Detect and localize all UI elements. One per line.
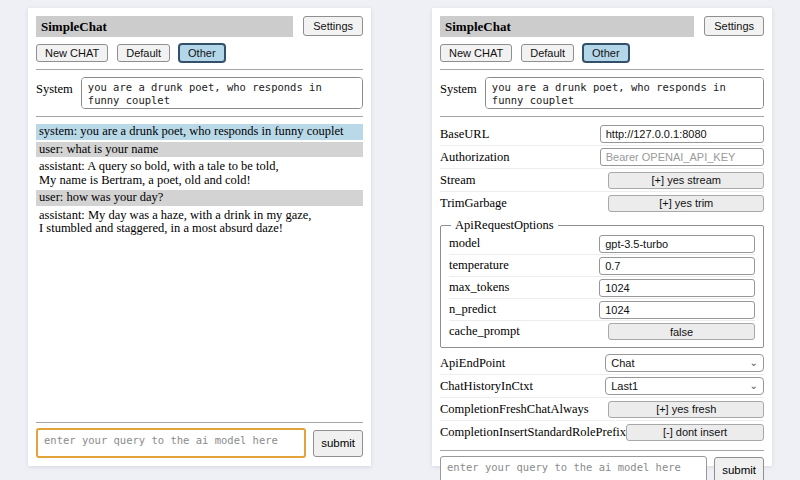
select-value: Last1 (611, 380, 638, 392)
setting-row-authorization: Authorization (440, 145, 764, 168)
stream-toggle-button[interactable]: [+] yes stream (608, 172, 764, 189)
setting-label: cache_prompt (449, 324, 520, 339)
chat-message-assistant: assistant: My day was a haze, with a dri… (36, 208, 363, 237)
session-button-default[interactable]: Default (117, 44, 170, 62)
chat-message-user: user: how was your day? (36, 190, 363, 206)
new-chat-button[interactable]: New CHAT (36, 44, 108, 62)
chevron-down-icon: ⌄ (750, 359, 758, 367)
setting-label: max_tokens (449, 280, 509, 295)
chat-message-system: system: you are a drunk poet, who respon… (36, 124, 363, 140)
model-input[interactable] (599, 235, 755, 253)
insert-role-prefix-toggle-button[interactable]: [-] dont insert (626, 424, 764, 441)
setting-row-trimgarbage: TrimGarbage [+] yes trim (440, 191, 764, 214)
setting-label: CompletionInsertStandardRolePrefix (440, 425, 626, 440)
setting-label: temperature (449, 258, 509, 273)
chat-message-user: user: what is your name (36, 142, 363, 158)
chat-message-list: system: you are a drunk poet, who respon… (36, 124, 363, 415)
system-prompt-row: System you are a drunk poet, who respond… (36, 77, 363, 109)
query-input[interactable] (440, 456, 707, 480)
completion-fresh-toggle-button[interactable]: [+] yes fresh (608, 401, 764, 418)
fieldset-legend: ApiRequestOptions (451, 218, 558, 233)
setting-label: ChatHistoryInCtxt (440, 379, 533, 394)
app-title: SimpleChat (36, 16, 293, 37)
system-prompt-label: System (36, 77, 73, 97)
setting-label: BaseURL (440, 127, 489, 142)
setting-row-chat-history-in-ctxt: ChatHistoryInCtxt Last1 ⌄ (440, 374, 764, 397)
divider (440, 116, 764, 117)
setting-row-n-predict: n_predict (449, 298, 755, 320)
query-bar: submit (36, 415, 363, 458)
system-prompt-label: System (440, 77, 477, 97)
submit-button[interactable]: submit (313, 430, 363, 457)
setting-row-cache-prompt: cache_prompt false (449, 320, 755, 342)
system-prompt-input[interactable]: you are a drunk poet, who responds in fu… (81, 77, 363, 109)
setting-row-max-tokens: max_tokens (449, 276, 755, 298)
chat-message-assistant: assistant: A query so bold, with a tale … (36, 159, 363, 188)
setting-row-completion-insert-standard-role-prefix: CompletionInsertStandardRolePrefix [-] d… (440, 420, 764, 443)
setting-label: Authorization (440, 150, 509, 165)
max-tokens-input[interactable] (599, 279, 755, 297)
query-input[interactable] (36, 428, 306, 458)
chevron-down-icon: ⌄ (750, 382, 758, 390)
divider (36, 69, 363, 70)
setting-label: Stream (440, 173, 475, 188)
session-bar: New CHAT Default Other (36, 44, 363, 62)
authorization-input[interactable] (600, 148, 764, 166)
query-bar: submit (440, 443, 764, 480)
settings-button[interactable]: Settings (303, 16, 363, 36)
setting-label: ApiEndPoint (440, 356, 505, 371)
api-endpoint-select[interactable]: Chat ⌄ (605, 354, 764, 372)
settings-button[interactable]: Settings (704, 16, 764, 36)
settings-list: BaseURL Authorization Stream [+] yes str… (440, 123, 764, 443)
settings-panel: SimpleChat Settings New CHAT Default Oth… (432, 8, 772, 466)
n-predict-input[interactable] (599, 301, 755, 319)
app-title: SimpleChat (440, 16, 694, 37)
select-value: Chat (611, 357, 634, 369)
cache-prompt-toggle-button[interactable]: false (608, 323, 755, 340)
setting-row-completion-fresh-chat-always: CompletionFreshChatAlways [+] yes fresh (440, 397, 764, 420)
trimgarbage-toggle-button[interactable]: [+] yes trim (608, 195, 764, 212)
setting-row-baseurl: BaseURL (440, 123, 764, 145)
divider (440, 69, 764, 70)
submit-button[interactable]: submit (714, 457, 764, 480)
setting-label: TrimGarbage (440, 196, 507, 211)
api-request-options-fieldset: ApiRequestOptions model temperature max_… (440, 218, 764, 348)
system-prompt-input[interactable]: you are a drunk poet, who responds in fu… (485, 77, 764, 109)
divider (36, 116, 363, 117)
session-bar: New CHAT Default Other (440, 44, 764, 62)
divider (440, 450, 764, 451)
temperature-input[interactable] (599, 257, 755, 275)
setting-label: n_predict (449, 302, 496, 317)
baseurl-input[interactable] (600, 125, 764, 143)
new-chat-button[interactable]: New CHAT (440, 44, 512, 62)
session-button-default[interactable]: Default (521, 44, 574, 62)
session-button-other[interactable]: Other (179, 44, 225, 62)
setting-row-api-endpoint: ApiEndPoint Chat ⌄ (440, 352, 764, 374)
setting-label: model (449, 236, 480, 251)
header: SimpleChat Settings (440, 16, 764, 37)
session-button-other[interactable]: Other (583, 44, 629, 62)
setting-row-stream: Stream [+] yes stream (440, 168, 764, 191)
setting-row-temperature: temperature (449, 254, 755, 276)
system-prompt-row: System you are a drunk poet, who respond… (440, 77, 764, 109)
setting-row-model: model (449, 233, 755, 254)
chat-history-in-ctxt-select[interactable]: Last1 ⌄ (605, 377, 764, 395)
chat-panel: SimpleChat Settings New CHAT Default Oth… (28, 8, 371, 466)
header: SimpleChat Settings (36, 16, 363, 37)
divider (36, 422, 363, 423)
setting-label: CompletionFreshChatAlways (440, 402, 589, 417)
